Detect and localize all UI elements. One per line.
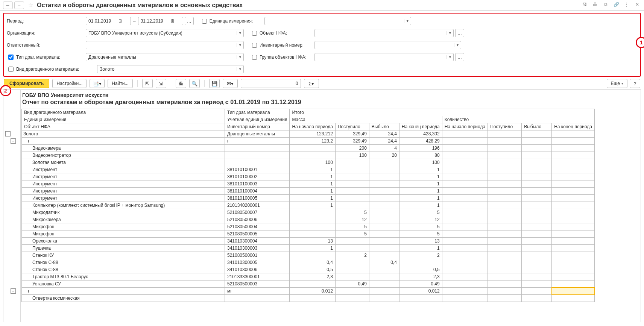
chevron-down-icon[interactable]: ▼: [237, 67, 243, 71]
email-button[interactable]: ✉▾: [223, 79, 238, 88]
table-row[interactable]: Станок С-883410103000050,40,4: [22, 259, 595, 266]
cell-qty: [552, 159, 595, 166]
nav-back-button[interactable]: ←: [3, 2, 13, 9]
table-row[interactable]: Микрофон52108050000455: [22, 223, 595, 230]
table-row[interactable]: Золотая монета100100: [22, 159, 595, 166]
cell-mass: 123,2: [290, 138, 335, 145]
print-icon[interactable]: 🖶: [591, 1, 599, 8]
chevron-down-icon[interactable]: ▼: [237, 31, 243, 35]
inv-combo[interactable]: ▼: [314, 41, 461, 49]
nfa-checkbox[interactable]: [252, 31, 257, 36]
table-row[interactable]: г−г123,2329,4924,4428,29: [22, 138, 595, 145]
cell-mass: [369, 230, 399, 238]
kind-combo[interactable]: Золото ▼: [97, 65, 244, 73]
table-row[interactable]: Инструмент38101010000311: [22, 180, 595, 188]
table-row[interactable]: Трактор МТЗ 80.1 Беларус21013333000012,3…: [22, 273, 595, 281]
type-combo[interactable]: Драгоценные металлы ▼: [86, 53, 244, 61]
chevron-down-icon[interactable]: ▼: [447, 31, 453, 35]
help-button[interactable]: ?: [630, 79, 640, 88]
calendar-icon[interactable]: 🗓: [111, 18, 130, 24]
period-select-button[interactable]: …: [185, 17, 194, 25]
cell-qty: [488, 173, 522, 180]
chevron-down-icon[interactable]: ▼: [237, 43, 243, 47]
table-row[interactable]: Компьютер (комплект: системный блокHP + …: [22, 202, 595, 209]
resp-combo[interactable]: ▼: [86, 41, 244, 49]
cell-mass: 2,3: [399, 273, 442, 281]
menu-dots-icon[interactable]: ⋮: [623, 1, 630, 8]
cell-qty: [488, 288, 522, 295]
sigma-button[interactable]: Σ▾: [304, 79, 319, 88]
table-row[interactable]: Пушечка34101030000311: [22, 245, 595, 252]
table-row[interactable]: Станок КУ52108050000122: [22, 252, 595, 259]
cell-mass: 1: [399, 202, 442, 209]
table-row[interactable]: Микрофон52108050000555: [22, 230, 595, 238]
tree-collapse-icon[interactable]: −: [11, 138, 16, 144]
selected-cell[interactable]: [552, 288, 595, 295]
table-row[interactable]: Инструмент38101010000411: [22, 188, 595, 195]
cell-mass: [369, 209, 399, 216]
save-icon[interactable]: 🖫: [581, 1, 588, 8]
favorite-star-icon[interactable]: ☆: [27, 2, 35, 9]
kind-checkbox[interactable]: [8, 67, 14, 72]
cell-qty: [522, 159, 552, 166]
save-floppy-icon[interactable]: 💾: [209, 79, 220, 88]
nfa-combo[interactable]: ▼: [314, 29, 454, 37]
table-row[interactable]: Видеорегистратор1002080: [22, 152, 595, 159]
chevron-down-icon[interactable]: ▼: [454, 43, 461, 47]
table-row[interactable]: г−мг0,0120,012: [22, 288, 595, 295]
more-button[interactable]: Еще▾: [607, 79, 627, 88]
h-m-start: На начало периода: [290, 123, 335, 130]
cell-qty: [488, 266, 522, 273]
chevron-down-icon[interactable]: ▼: [404, 19, 411, 23]
collapse-icon[interactable]: ⇲: [156, 79, 166, 88]
cell-qty: [488, 216, 522, 223]
tree-collapse-icon[interactable]: −: [5, 131, 11, 136]
form-button[interactable]: Сформировать: [4, 79, 49, 88]
unit-checkbox[interactable]: [202, 19, 207, 24]
group-select-button[interactable]: …: [455, 53, 464, 61]
table-row[interactable]: Инструмент38101010000211: [22, 173, 595, 180]
settings-button[interactable]: Настройки...: [52, 79, 87, 88]
table-row[interactable]: Микрокамера5210805000061212: [22, 216, 595, 223]
variants-button[interactable]: 📑▾: [90, 79, 105, 88]
cell-inv: [225, 295, 290, 302]
h-q-out: Выбыло: [522, 123, 552, 130]
table-row[interactable]: Видеокамера2004196: [22, 145, 595, 152]
preview-icon[interactable]: ⧉: [602, 1, 609, 8]
cell-qty: [488, 223, 522, 230]
cell-mass: [369, 252, 399, 259]
inv-checkbox[interactable]: [252, 43, 257, 48]
nfa-select-button[interactable]: …: [455, 29, 464, 37]
chevron-down-icon[interactable]: ▼: [237, 55, 243, 59]
link-icon[interactable]: 🔗: [612, 1, 620, 8]
cell-inv: 2101333300001: [225, 273, 290, 281]
preview-icon[interactable]: 🔍: [189, 79, 200, 88]
period-from-input[interactable]: 01.01.2019 🗓: [86, 17, 131, 25]
unit-combo[interactable]: ▼: [264, 17, 411, 25]
table-row[interactable]: Отвертка космическая: [22, 295, 595, 302]
group-combo[interactable]: ▼: [314, 53, 454, 61]
org-combo[interactable]: ГОБУ ВПО Университет искусств (Субсидия)…: [86, 29, 244, 37]
table-row[interactable]: Установка СУ5210805000030,490,49: [22, 281, 595, 288]
tree-collapse-icon[interactable]: −: [11, 288, 16, 294]
table-row[interactable]: Инструмент38101010000511: [22, 195, 595, 202]
table-row[interactable]: Орехоколка3410103000041313: [22, 238, 595, 245]
sum-field[interactable]: 0: [241, 79, 301, 88]
nav-forward-button[interactable]: →: [14, 2, 24, 9]
table-row[interactable]: Инструмент38101010000111: [22, 166, 595, 173]
table-row[interactable]: Микродатчик52108050000755: [22, 209, 595, 216]
calendar-icon[interactable]: 🗓: [163, 18, 182, 24]
print-icon[interactable]: 🖶: [176, 79, 186, 88]
chevron-down-icon[interactable]: ▼: [447, 55, 453, 59]
table-row[interactable]: Золото−Драгоценные металлы123,212329,492…: [22, 130, 595, 138]
find-button[interactable]: Найти...: [108, 79, 132, 88]
expand-icon[interactable]: ⇱: [142, 79, 153, 88]
period-to-input[interactable]: 31.12.2019 🗓: [138, 17, 183, 25]
cell-name: Микрофон: [22, 230, 225, 238]
cell-mass: 1: [399, 180, 442, 188]
close-icon[interactable]: ✕: [633, 1, 641, 8]
cell-mass: 0,4: [290, 259, 335, 266]
group-checkbox[interactable]: [252, 55, 257, 60]
table-row[interactable]: Станок С-883410103000060,50,5: [22, 266, 595, 273]
type-checkbox[interactable]: [8, 55, 14, 60]
